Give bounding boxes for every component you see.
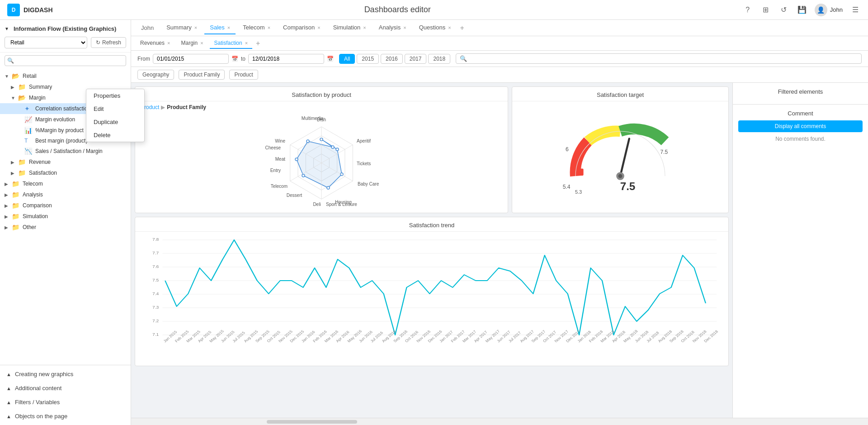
sidebar-item-comparison[interactable]: ▶ 📁 Comparison [0, 200, 131, 211]
tab2-satisfaction[interactable]: Satisfaction × [210, 38, 252, 49]
tab2-close-icon[interactable]: × [200, 40, 203, 46]
sidebar-item-revenue[interactable]: ▶ 📁 Revenue [0, 157, 131, 167]
tab-add-button[interactable]: + [458, 24, 466, 32]
scrollbar-thumb[interactable] [267, 420, 357, 424]
folder-icon: 📁 [12, 191, 20, 198]
sidebar-filters-variables[interactable]: ▲ Filters / Variables [0, 395, 131, 409]
sidebar-item-satisfaction[interactable]: ▶ 📁 Satisfaction [0, 167, 131, 178]
tab-close-icon[interactable]: × [448, 25, 451, 30]
from-date-input[interactable] [153, 54, 229, 64]
svg-text:Deli: Deli [313, 202, 321, 207]
sidebar-creating-graphics[interactable]: ▲ Creating new graphics [0, 367, 131, 381]
context-menu-delete[interactable]: Delete [86, 129, 144, 142]
sidebar-item-retail[interactable]: ▼ 📂 Retail [0, 71, 131, 81]
tab-close-icon[interactable]: × [363, 25, 366, 30]
filter-tag-geography[interactable]: Geography [137, 70, 174, 80]
svg-text:Entry: Entry [270, 168, 281, 173]
svg-text:Dessert: Dessert [287, 193, 302, 198]
svg-point-9 [302, 174, 305, 177]
tab-comparison[interactable]: Comparison × [278, 21, 326, 34]
logo-text: DIGDASH [24, 6, 53, 14]
sidebar-item-label: Simulation [23, 213, 126, 220]
refresh-button[interactable]: ↻ Refresh [91, 37, 126, 48]
tab-telecom[interactable]: Telecom × [237, 21, 276, 34]
tab-close-icon[interactable]: × [403, 25, 406, 30]
trend-svg: 7.8 7.7 7.6 7.5 7.4 7.3 7.2 7.1 [144, 236, 719, 345]
tab-close-icon[interactable]: × [227, 25, 230, 30]
year-btn-all[interactable]: All [339, 54, 355, 64]
display-all-comments-button[interactable]: Display all comments [738, 120, 863, 132]
help-icon[interactable]: ? [742, 5, 753, 15]
tab2-add-button[interactable]: + [254, 39, 262, 48]
sidebar-bottom: ▲ Creating new graphics ▲ Additional con… [0, 365, 131, 425]
year-btn-2018[interactable]: 2018 [428, 54, 450, 64]
sidebar-select[interactable]: Retail Telecom [5, 37, 87, 48]
context-menu-edit[interactable]: Edit [86, 102, 144, 115]
to-date-input[interactable] [248, 54, 324, 64]
search-input[interactable] [5, 55, 126, 66]
tab-summary[interactable]: Summary × [161, 21, 203, 34]
sidebar-item-label: Comparison [23, 202, 126, 209]
sidebar-item-simulation[interactable]: ▶ 📁 Simulation [0, 211, 131, 222]
tab-label: Sales [210, 24, 225, 31]
context-menu-duplicate[interactable]: Duplicate [86, 115, 144, 129]
search-filter: 🔍 [456, 53, 862, 64]
svg-text:Wine: Wine [275, 138, 285, 143]
sidebar-objects-page[interactable]: ▲ Objects on the page [0, 409, 131, 423]
undo-icon[interactable]: ↺ [778, 5, 789, 15]
radar-chart: Dish Aperitif Baby Care Sport & Leisure … [135, 113, 508, 213]
grid-icon[interactable]: ⊞ [760, 5, 771, 15]
calendar-icon-2[interactable]: 📅 [327, 56, 334, 62]
tab-sales[interactable]: Sales × [204, 21, 236, 34]
search-input[interactable] [469, 56, 858, 62]
tab2-margin[interactable]: Margin × [176, 38, 208, 49]
date-filter: From 📅 to 📅 [137, 54, 334, 64]
tab-bar-bottom: Revenues × Margin × Satisfaction × + [131, 36, 868, 51]
comment-empty-text: No comments found. [738, 136, 863, 142]
panel-trend-title: Satisfaction trend [135, 217, 728, 232]
folder-icon: 📁 [12, 213, 20, 220]
scatter-chart-icon: ✦ [24, 105, 33, 112]
sidebar-item-telecom[interactable]: ▶ 📁 Telecom [0, 178, 131, 189]
sidebar-item-label: Telecom [23, 181, 126, 187]
sidebar-item-other[interactable]: ▶ 📁 Other [0, 222, 131, 233]
bar-chart-icon: 📊 [24, 127, 33, 134]
year-btn-2016[interactable]: 2016 [381, 54, 403, 64]
bottom-scrollbar[interactable] [131, 418, 868, 425]
tab2-revenues[interactable]: Revenues × [136, 38, 175, 49]
svg-point-11 [307, 140, 309, 143]
tab-questions[interactable]: Questions × [414, 21, 457, 34]
tab-user: John [136, 22, 159, 34]
filter-tag-product-family[interactable]: Product Family [179, 70, 225, 80]
sidebar-additional-content[interactable]: ▲ Additional content [0, 381, 131, 395]
svg-text:7.4: 7.4 [152, 291, 159, 296]
tab-close-icon[interactable]: × [268, 25, 270, 30]
save-icon[interactable]: 💾 [797, 5, 807, 15]
svg-rect-36 [576, 169, 583, 176]
filter-tag-product[interactable]: Product [229, 70, 258, 80]
search-icon: 🔍 [460, 55, 467, 62]
breadcrumb-sep: ▶ [161, 104, 165, 110]
context-menu-properties[interactable]: Properties [86, 89, 144, 102]
calendar-icon[interactable]: 📅 [231, 56, 238, 62]
tab-label: Simulation [333, 24, 361, 31]
panel-satisfaction-product: Satisfaction by product Product ▶ Produc… [135, 86, 508, 213]
year-btn-2017[interactable]: 2017 [405, 54, 427, 64]
tab-close-icon[interactable]: × [194, 25, 197, 30]
year-btn-2015[interactable]: 2015 [357, 54, 379, 64]
tab-close-icon[interactable]: × [317, 25, 320, 30]
user-menu[interactable]: 👤 John [815, 4, 843, 16]
tab2-close-icon[interactable]: × [245, 40, 248, 46]
sidebar-section-title[interactable]: ▼ Information Flow (Existing Graphics) [5, 24, 126, 34]
tab-analysis[interactable]: Analysis × [373, 21, 412, 34]
hamburger-icon[interactable]: ☰ [850, 5, 861, 15]
from-label: From [137, 56, 150, 62]
sidebar-controls: Retail Telecom ↻ Refresh [5, 37, 126, 48]
radar-svg: Dish Aperitif Baby Care Sport & Leisure … [222, 109, 421, 213]
tab2-close-icon[interactable]: × [167, 40, 170, 46]
sidebar-item-sales-sat[interactable]: 📉 Sales / Satisfaction / Margin [0, 146, 131, 157]
tab-simulation[interactable]: Simulation × [328, 21, 372, 34]
svg-text:Housing: Housing [335, 200, 352, 205]
sidebar-item-analysis[interactable]: ▶ 📁 Analysis [0, 189, 131, 200]
right-sidebar: Filtered elements Comment Display all co… [732, 83, 868, 418]
